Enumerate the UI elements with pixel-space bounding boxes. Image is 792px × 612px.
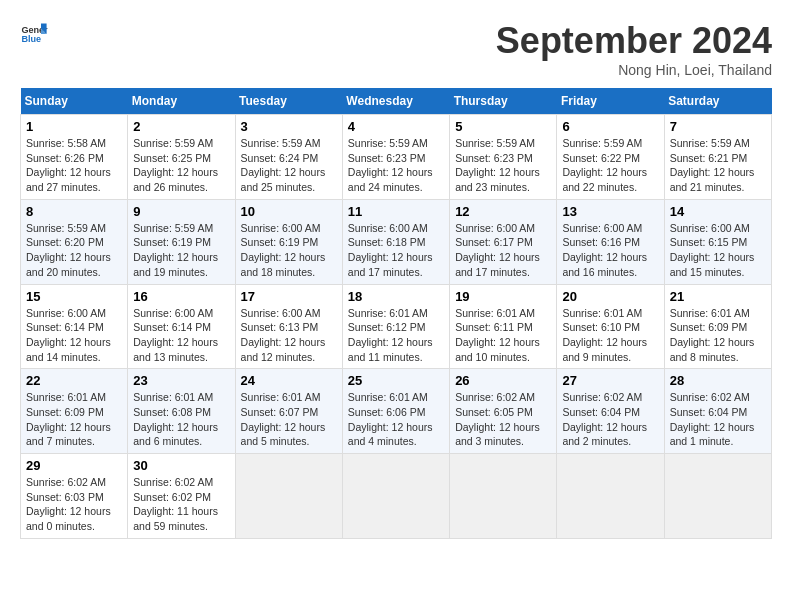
calendar-cell: 18Sunrise: 6:01 AMSunset: 6:12 PMDayligh… xyxy=(342,284,449,369)
day-info: Sunrise: 6:01 AMSunset: 6:10 PMDaylight:… xyxy=(562,306,658,365)
calendar-cell xyxy=(235,454,342,539)
calendar-cell: 1Sunrise: 5:58 AMSunset: 6:26 PMDaylight… xyxy=(21,115,128,200)
day-number: 20 xyxy=(562,289,658,304)
calendar-cell: 19Sunrise: 6:01 AMSunset: 6:11 PMDayligh… xyxy=(450,284,557,369)
day-info: Sunrise: 6:02 AMSunset: 6:05 PMDaylight:… xyxy=(455,390,551,449)
day-number: 29 xyxy=(26,458,122,473)
calendar-cell: 4Sunrise: 5:59 AMSunset: 6:23 PMDaylight… xyxy=(342,115,449,200)
day-info: Sunrise: 6:02 AMSunset: 6:04 PMDaylight:… xyxy=(562,390,658,449)
calendar-row-3: 22Sunrise: 6:01 AMSunset: 6:09 PMDayligh… xyxy=(21,369,772,454)
logo-icon: General Blue xyxy=(20,20,48,48)
day-number: 30 xyxy=(133,458,229,473)
day-info: Sunrise: 5:59 AMSunset: 6:23 PMDaylight:… xyxy=(348,136,444,195)
day-number: 11 xyxy=(348,204,444,219)
calendar-cell: 7Sunrise: 5:59 AMSunset: 6:21 PMDaylight… xyxy=(664,115,771,200)
day-number: 27 xyxy=(562,373,658,388)
day-info: Sunrise: 6:00 AMSunset: 6:14 PMDaylight:… xyxy=(26,306,122,365)
day-number: 13 xyxy=(562,204,658,219)
calendar-cell: 17Sunrise: 6:00 AMSunset: 6:13 PMDayligh… xyxy=(235,284,342,369)
day-number: 12 xyxy=(455,204,551,219)
calendar-cell: 2Sunrise: 5:59 AMSunset: 6:25 PMDaylight… xyxy=(128,115,235,200)
calendar-cell: 13Sunrise: 6:00 AMSunset: 6:16 PMDayligh… xyxy=(557,199,664,284)
day-number: 15 xyxy=(26,289,122,304)
day-info: Sunrise: 6:01 AMSunset: 6:09 PMDaylight:… xyxy=(26,390,122,449)
day-info: Sunrise: 6:00 AMSunset: 6:14 PMDaylight:… xyxy=(133,306,229,365)
calendar-cell: 29Sunrise: 6:02 AMSunset: 6:03 PMDayligh… xyxy=(21,454,128,539)
calendar-cell: 27Sunrise: 6:02 AMSunset: 6:04 PMDayligh… xyxy=(557,369,664,454)
weekday-saturday: Saturday xyxy=(664,88,771,115)
day-number: 21 xyxy=(670,289,766,304)
calendar-cell: 16Sunrise: 6:00 AMSunset: 6:14 PMDayligh… xyxy=(128,284,235,369)
weekday-tuesday: Tuesday xyxy=(235,88,342,115)
calendar-row-2: 15Sunrise: 6:00 AMSunset: 6:14 PMDayligh… xyxy=(21,284,772,369)
day-number: 2 xyxy=(133,119,229,134)
location: Nong Hin, Loei, Thailand xyxy=(496,62,772,78)
calendar-cell: 30Sunrise: 6:02 AMSunset: 6:02 PMDayligh… xyxy=(128,454,235,539)
calendar-cell xyxy=(557,454,664,539)
day-number: 23 xyxy=(133,373,229,388)
day-number: 18 xyxy=(348,289,444,304)
weekday-header-row: SundayMondayTuesdayWednesdayThursdayFrid… xyxy=(21,88,772,115)
calendar-cell: 24Sunrise: 6:01 AMSunset: 6:07 PMDayligh… xyxy=(235,369,342,454)
calendar-body: 1Sunrise: 5:58 AMSunset: 6:26 PMDaylight… xyxy=(21,115,772,539)
calendar-cell: 22Sunrise: 6:01 AMSunset: 6:09 PMDayligh… xyxy=(21,369,128,454)
day-number: 3 xyxy=(241,119,337,134)
calendar-cell: 26Sunrise: 6:02 AMSunset: 6:05 PMDayligh… xyxy=(450,369,557,454)
day-number: 4 xyxy=(348,119,444,134)
calendar-cell: 20Sunrise: 6:01 AMSunset: 6:10 PMDayligh… xyxy=(557,284,664,369)
calendar-cell: 14Sunrise: 6:00 AMSunset: 6:15 PMDayligh… xyxy=(664,199,771,284)
day-number: 28 xyxy=(670,373,766,388)
calendar-cell: 9Sunrise: 5:59 AMSunset: 6:19 PMDaylight… xyxy=(128,199,235,284)
day-info: Sunrise: 6:00 AMSunset: 6:13 PMDaylight:… xyxy=(241,306,337,365)
day-number: 17 xyxy=(241,289,337,304)
calendar-cell: 15Sunrise: 6:00 AMSunset: 6:14 PMDayligh… xyxy=(21,284,128,369)
day-info: Sunrise: 6:00 AMSunset: 6:16 PMDaylight:… xyxy=(562,221,658,280)
day-info: Sunrise: 5:59 AMSunset: 6:24 PMDaylight:… xyxy=(241,136,337,195)
calendar-cell: 23Sunrise: 6:01 AMSunset: 6:08 PMDayligh… xyxy=(128,369,235,454)
calendar-row-4: 29Sunrise: 6:02 AMSunset: 6:03 PMDayligh… xyxy=(21,454,772,539)
day-number: 14 xyxy=(670,204,766,219)
day-info: Sunrise: 6:01 AMSunset: 6:12 PMDaylight:… xyxy=(348,306,444,365)
calendar-row-0: 1Sunrise: 5:58 AMSunset: 6:26 PMDaylight… xyxy=(21,115,772,200)
day-number: 24 xyxy=(241,373,337,388)
day-info: Sunrise: 5:59 AMSunset: 6:21 PMDaylight:… xyxy=(670,136,766,195)
day-info: Sunrise: 6:00 AMSunset: 6:15 PMDaylight:… xyxy=(670,221,766,280)
day-number: 10 xyxy=(241,204,337,219)
calendar-cell: 25Sunrise: 6:01 AMSunset: 6:06 PMDayligh… xyxy=(342,369,449,454)
calendar-cell: 8Sunrise: 5:59 AMSunset: 6:20 PMDaylight… xyxy=(21,199,128,284)
day-number: 7 xyxy=(670,119,766,134)
day-number: 8 xyxy=(26,204,122,219)
day-number: 5 xyxy=(455,119,551,134)
day-number: 6 xyxy=(562,119,658,134)
calendar-cell: 11Sunrise: 6:00 AMSunset: 6:18 PMDayligh… xyxy=(342,199,449,284)
day-info: Sunrise: 5:59 AMSunset: 6:22 PMDaylight:… xyxy=(562,136,658,195)
day-info: Sunrise: 5:59 AMSunset: 6:25 PMDaylight:… xyxy=(133,136,229,195)
day-info: Sunrise: 6:02 AMSunset: 6:04 PMDaylight:… xyxy=(670,390,766,449)
weekday-sunday: Sunday xyxy=(21,88,128,115)
calendar-cell: 6Sunrise: 5:59 AMSunset: 6:22 PMDaylight… xyxy=(557,115,664,200)
day-number: 1 xyxy=(26,119,122,134)
weekday-wednesday: Wednesday xyxy=(342,88,449,115)
day-info: Sunrise: 6:00 AMSunset: 6:17 PMDaylight:… xyxy=(455,221,551,280)
day-number: 25 xyxy=(348,373,444,388)
day-info: Sunrise: 6:01 AMSunset: 6:07 PMDaylight:… xyxy=(241,390,337,449)
day-info: Sunrise: 6:01 AMSunset: 6:11 PMDaylight:… xyxy=(455,306,551,365)
calendar-cell: 5Sunrise: 5:59 AMSunset: 6:23 PMDaylight… xyxy=(450,115,557,200)
calendar-cell xyxy=(450,454,557,539)
day-info: Sunrise: 6:00 AMSunset: 6:19 PMDaylight:… xyxy=(241,221,337,280)
day-number: 9 xyxy=(133,204,229,219)
calendar-cell xyxy=(664,454,771,539)
day-number: 26 xyxy=(455,373,551,388)
calendar-cell xyxy=(342,454,449,539)
calendar-row-1: 8Sunrise: 5:59 AMSunset: 6:20 PMDaylight… xyxy=(21,199,772,284)
day-number: 19 xyxy=(455,289,551,304)
calendar-cell: 21Sunrise: 6:01 AMSunset: 6:09 PMDayligh… xyxy=(664,284,771,369)
day-info: Sunrise: 6:01 AMSunset: 6:08 PMDaylight:… xyxy=(133,390,229,449)
weekday-thursday: Thursday xyxy=(450,88,557,115)
title-block: September 2024 Nong Hin, Loei, Thailand xyxy=(496,20,772,78)
day-info: Sunrise: 6:01 AMSunset: 6:06 PMDaylight:… xyxy=(348,390,444,449)
calendar-cell: 12Sunrise: 6:00 AMSunset: 6:17 PMDayligh… xyxy=(450,199,557,284)
calendar-cell: 3Sunrise: 5:59 AMSunset: 6:24 PMDaylight… xyxy=(235,115,342,200)
calendar-cell: 10Sunrise: 6:00 AMSunset: 6:19 PMDayligh… xyxy=(235,199,342,284)
weekday-friday: Friday xyxy=(557,88,664,115)
